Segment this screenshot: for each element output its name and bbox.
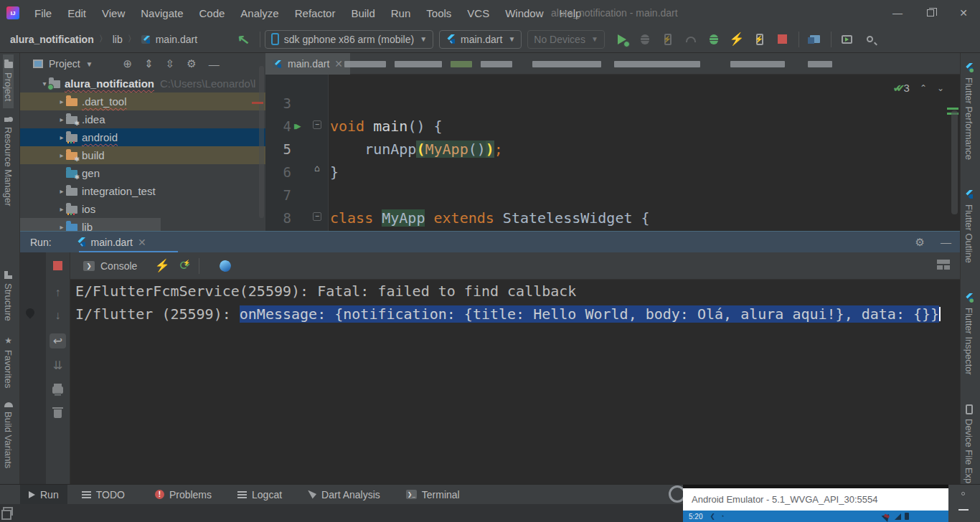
flutter-icon (964, 190, 974, 200)
tree-row-root[interactable]: ▾ alura_notification C:\Users\Leonardo\l (20, 75, 265, 92)
project-scrollbar[interactable] (259, 66, 264, 218)
run-button[interactable] (613, 30, 631, 49)
hot-reload-icon[interactable]: ⚡ (154, 258, 169, 273)
gear-icon[interactable]: ⚙ (915, 236, 925, 249)
soft-wrap-toggle[interactable]: ↩ (50, 333, 66, 348)
close-tab-icon[interactable]: ✕ (334, 58, 343, 70)
down-stack-trace-icon[interactable]: ↓ (55, 309, 61, 322)
flutter-attach-button[interactable] (750, 30, 769, 49)
close-button[interactable]: ✕ (947, 0, 980, 26)
tool-button-dart-analysis[interactable]: Dart Analysis (299, 485, 389, 505)
tool-button-flutter-inspector[interactable]: Flutter Inspector (963, 286, 974, 382)
collapse-all-icon[interactable]: ⇳ (166, 57, 175, 70)
editor[interactable]: main.dart ✕ ✔✔3 ⌃ ⌄ 3 4 ▶▶ − void main()… (265, 53, 960, 231)
tree-row-gen[interactable]: gen (20, 164, 265, 182)
tool-button-structure[interactable]: Structure (3, 264, 14, 328)
breadcrumb-lib[interactable]: lib (113, 34, 123, 45)
menu-code[interactable]: Code (191, 0, 232, 26)
emulator-button[interactable] (838, 30, 857, 49)
chevron-collapsed-icon[interactable]: ▸ (57, 223, 66, 231)
project-view-selector[interactable]: Project (49, 58, 80, 70)
android-emulator-window[interactable]: Android Emulator - 5.1_WVGA_API_30:5554 … (683, 485, 948, 522)
toolwindow-toggle-icon[interactable] (3, 507, 13, 516)
tool-button-build-variants[interactable]: Build Variants (3, 395, 14, 475)
menu-analyze[interactable]: Analyze (232, 0, 286, 26)
chevron-collapsed-icon[interactable]: ▸ (57, 98, 66, 105)
breadcrumb-project[interactable]: alura_notification (10, 34, 94, 45)
device-selector[interactable]: sdk gphone x86 arm (mobile) ▼ (265, 30, 433, 49)
chevron-collapsed-icon[interactable]: ▸ (57, 187, 66, 195)
emulator-side-toolbar[interactable] (948, 485, 980, 522)
tool-button-logcat[interactable]: Logcat (229, 485, 291, 505)
tool-button-problems[interactable]: ! Problems (146, 485, 220, 505)
clear-all-icon[interactable] (54, 409, 62, 418)
fold-marker-icon[interactable]: − (313, 212, 321, 221)
attach-debugger-button[interactable] (705, 30, 723, 49)
run-main-gutter-icon[interactable]: ▶▶ (294, 115, 297, 138)
menu-build[interactable]: Build (343, 0, 382, 26)
chevron-collapsed-icon[interactable]: ▸ (57, 133, 66, 141)
code-area[interactable]: 3 4 ▶▶ − void main() { 5 runApp(MyApp())… (265, 75, 960, 231)
fold-end-marker-icon[interactable]: ⌂ (313, 165, 321, 174)
menu-window[interactable]: Window (497, 0, 551, 26)
tool-button-run[interactable]: Run (20, 485, 67, 505)
emulator-minimize-icon[interactable] (958, 509, 969, 511)
tool-button-todo[interactable]: TODO (73, 485, 133, 505)
hide-panel-icon[interactable]: — (941, 236, 951, 249)
tool-button-resource-manager[interactable]: Resource Manager (3, 108, 14, 214)
fold-marker-icon[interactable]: − (313, 120, 321, 129)
editor-tab-main-dart[interactable]: main.dart ✕ (265, 53, 350, 75)
run-config-selector[interactable]: main.dart ▼ (439, 30, 522, 49)
expand-all-icon[interactable]: ⇕ (144, 57, 154, 70)
minimize-button[interactable]: — (881, 0, 914, 26)
gear-icon[interactable]: ⚙ (187, 57, 196, 70)
emulator-title-bar[interactable]: Android Emulator - 5.1_WVGA_API_30:5554 (683, 488, 948, 511)
green-arrow-icon[interactable]: ↖ (236, 29, 250, 48)
tree-row-ios[interactable]: ▸ ios (20, 200, 265, 218)
up-stack-trace-icon[interactable]: ↑ (55, 286, 61, 299)
tree-row-build[interactable]: ▸ build (20, 146, 265, 164)
menu-tools[interactable]: Tools (418, 0, 459, 26)
tool-button-terminal[interactable]: ❯_ Terminal (397, 485, 468, 505)
menu-navigate[interactable]: Navigate (133, 0, 191, 26)
device-manager-button[interactable] (806, 30, 824, 49)
tool-button-flutter-performance[interactable]: Flutter Performance (963, 56, 974, 167)
run-tab-main-dart[interactable]: main.dart ✕ (72, 232, 151, 253)
menu-file[interactable]: File (27, 0, 60, 26)
tree-row-idea[interactable]: ▸ .idea (20, 110, 265, 128)
tree-row-lib[interactable]: ▸ lib (20, 218, 161, 231)
stop-button[interactable] (773, 30, 792, 49)
chevron-collapsed-icon[interactable]: ▸ (57, 151, 66, 159)
menu-edit[interactable]: Edit (60, 0, 94, 26)
tree-row-android[interactable]: ▸ android (20, 128, 265, 146)
menu-run[interactable]: Run (383, 0, 419, 26)
console-output[interactable]: E/FlutterFcmService(25599): Fatal: faile… (70, 280, 960, 484)
open-devtools-icon[interactable] (218, 259, 232, 273)
tool-button-flutter-outline[interactable]: Flutter Outline (963, 183, 974, 270)
tree-row-integration-test[interactable]: ▸ integration_test (20, 182, 265, 200)
menu-refactor[interactable]: Refactor (287, 0, 344, 26)
search-everywhere-button[interactable] (861, 30, 880, 49)
print-icon[interactable] (52, 386, 63, 394)
close-tab-icon[interactable]: ✕ (138, 237, 146, 248)
editor-scrollbar[interactable] (951, 110, 958, 214)
locate-file-icon[interactable]: ⊕ (123, 57, 132, 70)
scroll-to-end-icon[interactable]: ⇊ (53, 359, 62, 372)
hide-panel-icon[interactable]: — (209, 58, 220, 70)
resource-manager-icon (4, 115, 13, 123)
breadcrumb-file[interactable]: main.dart (156, 34, 197, 45)
chevron-collapsed-icon[interactable]: ▸ (57, 115, 66, 123)
tree-row-dart-tool[interactable]: ▸ .dart_tool (20, 92, 265, 110)
menu-view[interactable]: View (94, 0, 133, 26)
tool-button-favorites[interactable]: ★ Favorites (3, 328, 14, 395)
layout-settings-icon[interactable] (937, 260, 950, 270)
chevron-collapsed-icon[interactable]: ▸ (57, 205, 66, 213)
stop-process-button[interactable] (53, 261, 62, 270)
menu-vcs[interactable]: VCS (459, 0, 497, 26)
hot-restart-icon[interactable]: ⟳⚡ (180, 258, 190, 273)
tool-button-project[interactable]: Project (3, 54, 14, 108)
console-tab[interactable]: ❯ Console (77, 258, 143, 274)
star-icon: ★ (4, 336, 12, 346)
flutter-hot-reload-button[interactable]: ⚡ (727, 30, 746, 49)
restore-button[interactable] (914, 0, 947, 26)
